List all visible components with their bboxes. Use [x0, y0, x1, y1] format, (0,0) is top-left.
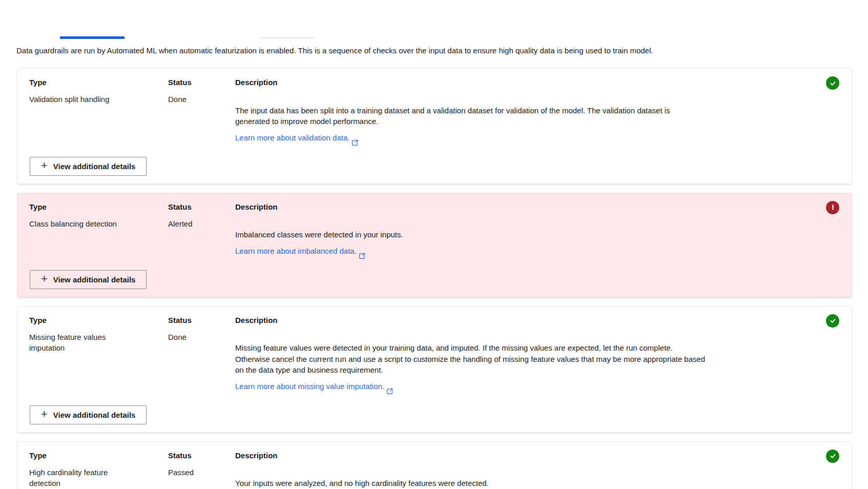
type-column-header: Type: [29, 202, 168, 218]
guardrail-status: Passed: [168, 467, 235, 489]
page-description: Data guardrails are run by Automated ML …: [16, 46, 852, 56]
guardrail-card-high-cardinality: Type Status Description High cardinality…: [17, 441, 852, 489]
guardrail-type: Validation split handling: [29, 94, 168, 149]
success-check-icon: [826, 76, 839, 90]
active-tab-indicator[interactable]: [60, 36, 125, 39]
card-grid: Type Status Description Class balancing …: [29, 202, 816, 262]
description-column-header: Description: [235, 202, 737, 218]
data-guardrails-page: { "page": { "intro": "Data guardrails ar…: [0, 0, 868, 489]
link-text: Learn more about missing value imputatio…: [235, 381, 384, 392]
link-text: Learn more about validation data.: [235, 132, 349, 144]
tab-strip: [0, 0, 868, 39]
card-grid: Type Status Description Missing feature …: [29, 316, 816, 398]
card-grid: Type Status Description Validation split…: [29, 78, 816, 149]
button-label: View additional details: [53, 411, 136, 419]
guardrail-card-list: Type Status Description Validation split…: [17, 68, 852, 489]
card-grid: Type Status Description High cardinality…: [29, 451, 816, 489]
guardrail-card-class-balancing: Type Status Description Class balancing …: [17, 193, 852, 297]
plus-icon: +: [41, 409, 48, 420]
view-additional-details-button[interactable]: + View additional details: [30, 270, 147, 289]
learn-more-link[interactable]: Learn more about validation data.: [235, 127, 358, 149]
success-check-icon: [826, 450, 839, 463]
status-column-header: Status: [168, 451, 235, 467]
status-column-header: Status: [168, 202, 235, 218]
description-column-header: Description: [235, 78, 737, 94]
plus-icon: +: [41, 160, 48, 171]
view-additional-details-button[interactable]: + View additional details: [30, 157, 147, 176]
guardrail-type: Missing feature values imputation: [29, 332, 168, 398]
link-text: Learn more about imbalanced data.: [235, 246, 357, 257]
success-check-icon: [826, 314, 839, 328]
inactive-tab-indicator[interactable]: [260, 37, 314, 39]
type-column-header: Type: [29, 78, 168, 94]
guardrail-card-missing-values: Type Status Description Missing feature …: [17, 306, 852, 433]
learn-more-link[interactable]: Learn more about imbalanced data.: [235, 240, 365, 262]
type-column-header: Type: [29, 316, 168, 332]
description-column-header: Description: [235, 316, 737, 332]
type-column-header: Type: [29, 451, 168, 467]
button-label: View additional details: [53, 275, 136, 284]
status-column-header: Status: [168, 78, 235, 94]
guardrail-description: The input data has been split into a tra…: [235, 94, 737, 149]
guardrail-type: High cardinality feature detection: [29, 467, 168, 489]
guardrail-card-validation-split: Type Status Description Validation split…: [17, 68, 852, 184]
guardrail-status: Done: [168, 94, 235, 149]
guardrail-description: Your inputs were analyzed, and no high c…: [235, 467, 737, 489]
description-text: Your inputs were analyzed, and no high c…: [235, 479, 489, 487]
guardrail-description: Missing feature values were detected in …: [235, 332, 737, 398]
description-text: The input data has been split into a tra…: [235, 106, 670, 126]
button-label: View additional details: [53, 162, 136, 171]
description-text: Imbalanced classes were detected in your…: [235, 230, 403, 239]
view-additional-details-button[interactable]: + View additional details: [30, 405, 147, 424]
guardrail-description: Imbalanced classes were detected in your…: [235, 218, 737, 262]
external-link-icon: [352, 127, 358, 149]
learn-more-link[interactable]: Learn more about missing value imputatio…: [235, 376, 393, 398]
plus-icon: +: [41, 273, 48, 284]
description-column-header: Description: [235, 451, 737, 467]
external-link-icon: [386, 376, 393, 398]
description-text: Missing feature values were detected in …: [235, 343, 705, 374]
external-link-icon: [359, 240, 365, 262]
guardrail-type: Class balancing detection: [29, 218, 168, 262]
guardrail-status: Alerted: [168, 218, 235, 262]
guardrail-status: Done: [168, 332, 235, 398]
alert-exclamation-icon: [826, 201, 839, 214]
status-column-header: Status: [168, 316, 235, 332]
